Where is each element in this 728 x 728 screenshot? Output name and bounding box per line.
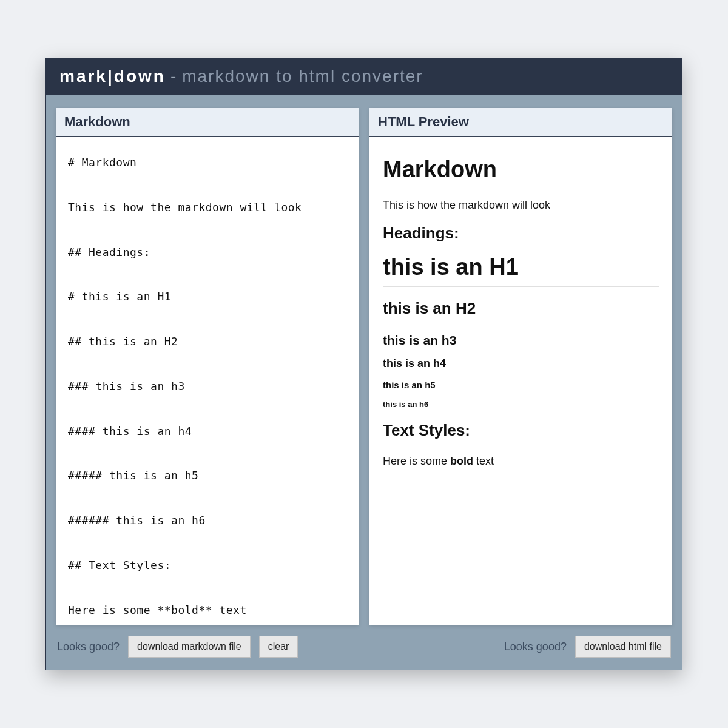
preview-bold-paragraph: Here is some bold text <box>383 455 659 468</box>
preview-h1-sample: this is an H1 <box>383 254 659 287</box>
preview-h6-sample: this is an h6 <box>383 400 659 409</box>
footer: Looks good? download markdown file clear… <box>46 625 682 670</box>
download-html-button[interactable]: download html file <box>575 636 671 658</box>
footer-right-label: Looks good? <box>504 641 567 653</box>
markdown-input[interactable] <box>56 137 359 625</box>
preview-bold-post: text <box>473 455 494 467</box>
markdown-panel-body <box>56 137 359 625</box>
preview-h3-sample: this is an h3 <box>383 333 659 348</box>
preview-h2-textstyles: Text Styles: <box>383 421 659 445</box>
preview-bold-word: bold <box>450 455 473 467</box>
app-window: mark|down - markdown to html converter M… <box>46 58 682 670</box>
preview-panel: HTML Preview Markdown This is how the ma… <box>369 108 672 625</box>
preview-h1-main: Markdown <box>383 157 659 189</box>
brand-logo: mark|down <box>59 67 166 86</box>
app-subtitle: markdown to html converter <box>182 67 423 86</box>
markdown-panel: Markdown <box>56 108 359 625</box>
preview-h4-sample: this is an h4 <box>383 357 659 370</box>
preview-intro-paragraph: This is how the markdown will look <box>383 199 659 212</box>
html-preview: Markdown This is how the markdown will l… <box>369 137 672 625</box>
preview-panel-title: HTML Preview <box>369 108 672 137</box>
preview-panel-body: Markdown This is how the markdown will l… <box>369 137 672 625</box>
preview-h5-sample: this is an h5 <box>383 380 659 390</box>
preview-bold-pre: Here is some <box>383 455 450 467</box>
footer-left-group: Looks good? download markdown file clear <box>57 636 298 658</box>
preview-h2-headings: Headings: <box>383 224 659 248</box>
workspace: Markdown HTML Preview Markdown This is h… <box>46 95 682 625</box>
title-separator: - <box>170 67 177 86</box>
download-markdown-button[interactable]: download markdown file <box>128 636 251 658</box>
footer-right-group: Looks good? download html file <box>504 636 671 658</box>
clear-button[interactable]: clear <box>259 636 298 658</box>
titlebar: mark|down - markdown to html converter <box>46 58 682 95</box>
markdown-panel-title: Markdown <box>56 108 359 137</box>
footer-left-label: Looks good? <box>57 641 120 653</box>
preview-h2-sample: this is an H2 <box>383 299 659 323</box>
